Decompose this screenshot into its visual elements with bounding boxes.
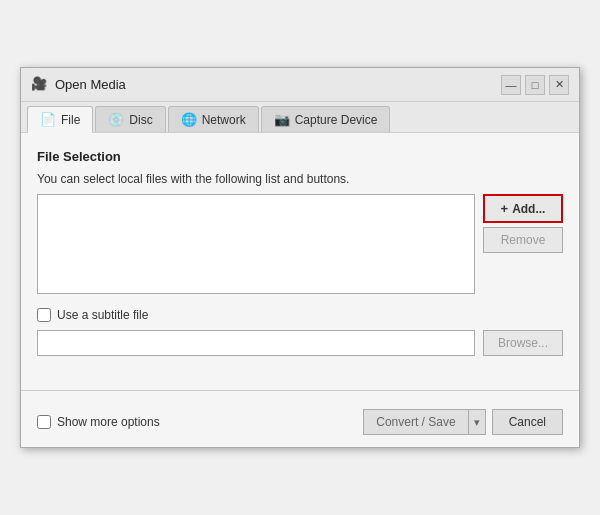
description-text: You can select local files with the foll… — [37, 172, 563, 186]
file-tab-label: File — [61, 113, 80, 127]
add-button[interactable]: + Add... — [483, 194, 563, 223]
disc-tab-icon: 💿 — [108, 112, 124, 127]
convert-save-button[interactable]: Convert / Save — [363, 409, 467, 435]
plus-icon: + — [501, 201, 509, 216]
bottom-bar: Show more options Convert / Save ▾ Cance… — [21, 401, 579, 447]
section-title: File Selection — [37, 149, 563, 164]
tab-file[interactable]: 📄 File — [27, 106, 93, 133]
cancel-button[interactable]: Cancel — [492, 409, 563, 435]
title-bar: 🎥 Open Media — □ ✕ — [21, 68, 579, 102]
subtitle-checkbox-label[interactable]: Use a subtitle file — [37, 308, 148, 322]
capture-tab-label: Capture Device — [295, 113, 378, 127]
subtitle-checkbox[interactable] — [37, 308, 51, 322]
content-area: File Selection You can select local file… — [21, 133, 579, 380]
file-area: + Add... Remove — [37, 194, 563, 294]
tab-capture[interactable]: 📷 Capture Device — [261, 106, 391, 132]
tab-disc[interactable]: 💿 Disc — [95, 106, 165, 132]
show-more-row: Show more options — [37, 415, 160, 429]
title-bar-left: 🎥 Open Media — [31, 76, 126, 94]
add-button-label: Add... — [512, 202, 545, 216]
subtitle-row: Use a subtitle file — [37, 308, 563, 322]
convert-btn-group: Convert / Save ▾ — [363, 409, 485, 435]
subtitle-path-row: Browse... — [37, 330, 563, 356]
file-tab-icon: 📄 — [40, 112, 56, 127]
window-title: Open Media — [55, 77, 126, 92]
close-button[interactable]: ✕ — [549, 75, 569, 95]
file-list[interactable] — [37, 194, 475, 294]
maximize-button[interactable]: □ — [525, 75, 545, 95]
browse-button[interactable]: Browse... — [483, 330, 563, 356]
disc-tab-label: Disc — [129, 113, 152, 127]
show-more-label[interactable]: Show more options — [37, 415, 160, 429]
convert-dropdown-button[interactable]: ▾ — [468, 409, 486, 435]
show-more-checkbox[interactable] — [37, 415, 51, 429]
network-tab-icon: 🌐 — [181, 112, 197, 127]
tab-network[interactable]: 🌐 Network — [168, 106, 259, 132]
file-buttons: + Add... Remove — [483, 194, 563, 294]
bottom-buttons: Convert / Save ▾ Cancel — [363, 409, 563, 435]
open-media-dialog: 🎥 Open Media — □ ✕ 📄 File 💿 Disc 🌐 Netwo… — [20, 67, 580, 448]
subtitle-path-input[interactable] — [37, 330, 475, 356]
divider — [21, 390, 579, 391]
tab-bar: 📄 File 💿 Disc 🌐 Network 📷 Capture Device — [21, 102, 579, 133]
vlc-icon: 🎥 — [31, 76, 49, 94]
minimize-button[interactable]: — — [501, 75, 521, 95]
network-tab-label: Network — [202, 113, 246, 127]
subtitle-checkbox-text: Use a subtitle file — [57, 308, 148, 322]
show-more-text: Show more options — [57, 415, 160, 429]
remove-button[interactable]: Remove — [483, 227, 563, 253]
capture-tab-icon: 📷 — [274, 112, 290, 127]
title-bar-controls: — □ ✕ — [501, 75, 569, 95]
